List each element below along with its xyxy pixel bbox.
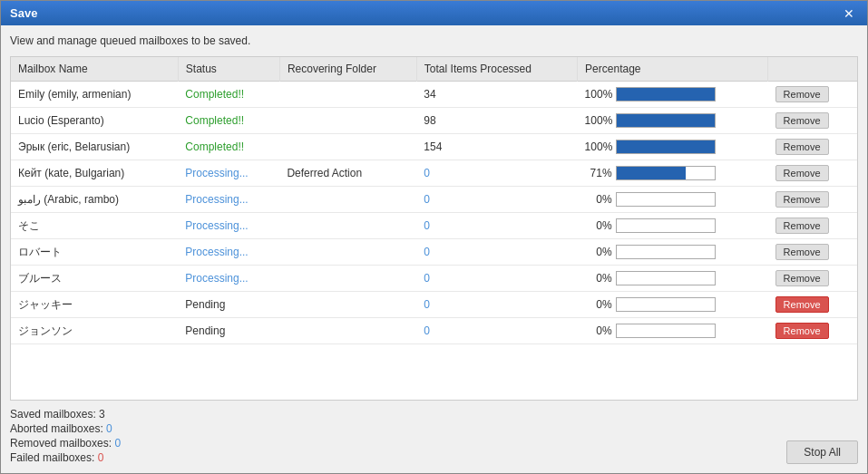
saved-label: Saved mailboxes: xyxy=(10,408,96,421)
removed-label: Removed mailboxes: xyxy=(10,437,112,450)
status-badge: Pending xyxy=(185,324,225,337)
percentage-cell: 0% xyxy=(578,239,768,266)
status-cell: Completed!! xyxy=(178,82,279,108)
remove-button[interactable]: Remove xyxy=(775,112,829,129)
progress-bar xyxy=(616,297,716,312)
folder-cell xyxy=(279,266,416,292)
action-cell: Remove xyxy=(768,134,857,160)
percentage-label: 100% xyxy=(585,140,612,153)
percentage-label: 100% xyxy=(585,88,612,101)
progress-bar xyxy=(616,271,716,285)
removed-value: 0 xyxy=(114,437,121,450)
action-cell: Remove xyxy=(768,318,857,344)
action-cell: Remove xyxy=(768,187,857,213)
remove-button[interactable]: Remove xyxy=(775,270,829,286)
remove-button[interactable]: Remove xyxy=(775,139,829,155)
status-cell: Processing... xyxy=(178,187,279,213)
status-cell: Completed!! xyxy=(178,108,279,134)
items-cell: 0 xyxy=(416,213,577,239)
items-cell: 0 xyxy=(416,187,577,213)
remove-button[interactable]: Remove xyxy=(775,218,829,234)
saved-stat: Saved mailboxes: 3 xyxy=(10,408,121,421)
remove-button[interactable]: Remove xyxy=(775,244,829,260)
remove-button[interactable]: Remove xyxy=(775,296,829,313)
action-cell: Remove xyxy=(768,108,857,134)
title-bar: Save ✕ xyxy=(1,1,867,25)
percentage-label: 100% xyxy=(585,114,612,127)
table-row: رامبو (Arabic, rambo)Processing...00%Rem… xyxy=(11,187,857,213)
progress-bar xyxy=(616,166,716,180)
remove-button[interactable]: Remove xyxy=(775,191,829,208)
percentage-label: 0% xyxy=(585,246,612,258)
progress-bar xyxy=(616,140,716,154)
remove-button[interactable]: Remove xyxy=(775,165,829,181)
col-mailbox-name: Mailbox Name xyxy=(11,57,178,82)
status-badge: Processing... xyxy=(185,167,248,179)
action-cell: Remove xyxy=(768,160,857,187)
status-badge: Processing... xyxy=(185,272,248,285)
table-row: Эрык (eric, Belarusian)Completed!!154100… xyxy=(11,134,857,160)
stop-all-button[interactable]: Stop All xyxy=(786,440,858,464)
percentage-cell: 100% xyxy=(578,82,768,108)
action-cell: Remove xyxy=(768,239,857,266)
progress-bar xyxy=(616,113,716,128)
percentage-cell: 0% xyxy=(578,318,768,344)
mailbox-name-cell: ブルース xyxy=(11,266,178,292)
percentage-label: 0% xyxy=(585,324,612,337)
items-cell: 98 xyxy=(416,108,577,134)
failed-label: Failed mailboxes: xyxy=(10,451,94,464)
col-action xyxy=(768,57,857,82)
table-row: ジョンソンPending00%Remove xyxy=(11,318,857,344)
col-total-items: Total Items Processed xyxy=(416,57,577,82)
aborted-stat: Aborted mailboxes: 0 xyxy=(10,422,121,435)
table-header-row: Mailbox Name Status Recovering Folder To… xyxy=(11,57,857,82)
aborted-value: 0 xyxy=(106,422,112,435)
status-cell: Processing... xyxy=(178,213,279,239)
folder-cell xyxy=(279,187,416,213)
percentage-cell: 100% xyxy=(578,108,768,134)
removed-stat: Removed mailboxes: 0 xyxy=(10,437,121,450)
percentage-cell: 71% xyxy=(578,160,768,187)
percentage-cell: 100% xyxy=(578,134,768,160)
table-row: Lucio (Esperanto)Completed!!98100%Remove xyxy=(11,108,857,134)
progress-bar-fill xyxy=(617,167,687,179)
status-badge: Pending xyxy=(185,298,225,311)
items-cell: 0 xyxy=(416,239,577,266)
description-text: View and manage queued mailboxes to be s… xyxy=(10,34,858,47)
remove-button[interactable]: Remove xyxy=(775,323,829,339)
table-body: Emily (emily, armenian)Completed!!34100%… xyxy=(11,82,857,344)
folder-cell xyxy=(279,292,416,318)
status-cell: Processing... xyxy=(178,160,279,187)
stats-panel: Saved mailboxes: 3 Aborted mailboxes: 0 … xyxy=(10,408,121,464)
status-badge: Completed!! xyxy=(185,88,244,101)
close-button[interactable]: ✕ xyxy=(840,7,858,20)
progress-bar-fill xyxy=(617,88,715,101)
items-cell: 0 xyxy=(416,318,577,344)
window-body: View and manage queued mailboxes to be s… xyxy=(1,25,867,473)
percentage-label: 0% xyxy=(585,298,612,311)
folder-cell xyxy=(279,108,416,134)
mailbox-name-cell: Emily (emily, armenian) xyxy=(11,82,178,108)
table-row: ロバートProcessing...00%Remove xyxy=(11,239,857,266)
failed-value: 0 xyxy=(98,451,104,464)
status-cell: Processing... xyxy=(178,266,279,292)
mailbox-name-cell: ジョンソン xyxy=(11,318,178,344)
mailbox-name-cell: Lucio (Esperanto) xyxy=(11,108,178,134)
status-badge: Processing... xyxy=(185,193,248,206)
col-status: Status xyxy=(178,57,279,82)
failed-stat: Failed mailboxes: 0 xyxy=(10,451,121,464)
mailbox-name-cell: そこ xyxy=(11,213,178,239)
items-cell: 154 xyxy=(416,134,577,160)
percentage-cell: 0% xyxy=(578,266,768,292)
remove-button[interactable]: Remove xyxy=(775,86,829,102)
folder-cell xyxy=(279,134,416,160)
progress-bar xyxy=(616,245,716,259)
aborted-label: Aborted mailboxes: xyxy=(10,422,103,435)
status-cell: Pending xyxy=(178,292,279,318)
action-cell: Remove xyxy=(768,213,857,239)
items-cell: 0 xyxy=(416,292,577,318)
col-recovering-folder: Recovering Folder xyxy=(279,57,416,82)
action-cell: Remove xyxy=(768,82,857,108)
mailbox-name-cell: ジャッキー xyxy=(11,292,178,318)
folder-cell xyxy=(279,239,416,266)
